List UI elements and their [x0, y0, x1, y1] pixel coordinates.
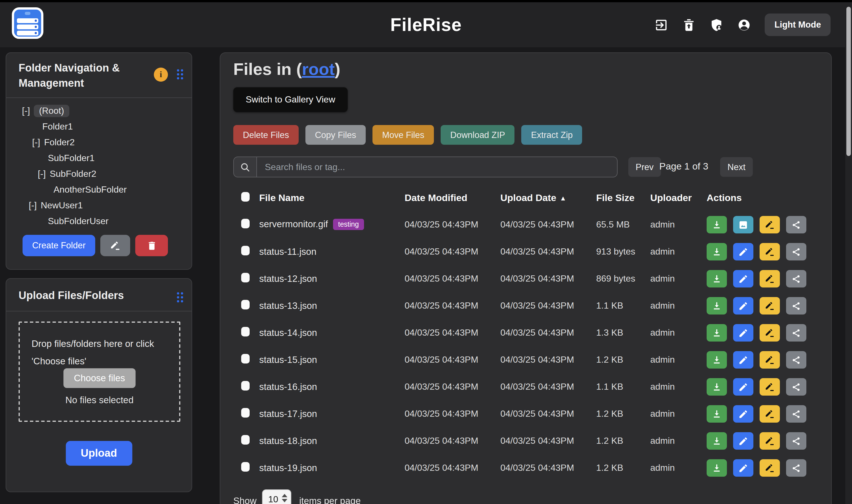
file-name[interactable]: status-11.json: [259, 246, 316, 256]
items-per-page-select[interactable]: 10: [262, 489, 291, 504]
row-checkbox[interactable]: [241, 219, 250, 228]
trash-restore-icon[interactable]: [682, 18, 696, 32]
folder-name[interactable]: SubFolder1: [48, 153, 94, 163]
edit-file-button[interactable]: [733, 378, 753, 396]
tree-toggle[interactable]: [-]: [38, 169, 46, 179]
rename-button[interactable]: [760, 459, 780, 477]
column-header-uploader[interactable]: Uploader: [650, 193, 692, 204]
folder-tree-item[interactable]: SubFolder1: [6, 150, 192, 166]
folder-name[interactable]: SubFolderUser: [48, 216, 108, 227]
column-header-upload-date[interactable]: Upload Date▲: [500, 193, 566, 204]
rename-button[interactable]: [760, 324, 780, 342]
folder-name[interactable]: (Root): [34, 105, 69, 117]
drag-handle-icon[interactable]: [177, 292, 183, 302]
folder-tree-item[interactable]: [-]NewUser1: [6, 198, 192, 213]
row-checkbox[interactable]: [241, 327, 250, 337]
edit-file-button[interactable]: [733, 270, 753, 287]
file-name[interactable]: status-13.json: [259, 301, 317, 310]
root-folder-link[interactable]: root: [302, 60, 335, 78]
folder-tree-item[interactable]: [-]SubFolder2: [6, 166, 192, 182]
rename-folder-button[interactable]: [100, 235, 130, 256]
download-button[interactable]: [707, 270, 727, 287]
download-button[interactable]: [707, 216, 727, 233]
switch-gallery-view-button[interactable]: Switch to Gallery View: [233, 87, 348, 112]
row-checkbox[interactable]: [241, 381, 250, 391]
rename-button[interactable]: [760, 378, 780, 396]
search-input[interactable]: [256, 157, 618, 177]
logout-icon[interactable]: [655, 18, 668, 32]
row-checkbox[interactable]: [241, 300, 250, 309]
drag-handle-icon[interactable]: [177, 69, 183, 79]
folder-tree-item[interactable]: [-](Root): [6, 103, 192, 119]
rename-button[interactable]: [760, 297, 780, 314]
share-button[interactable]: [786, 324, 806, 342]
page-scrollbar-thumb[interactable]: [846, 7, 851, 156]
share-button[interactable]: [786, 459, 806, 477]
admin-shield-icon[interactable]: [710, 18, 724, 32]
file-name[interactable]: servermonitor.gif: [259, 219, 328, 229]
share-button[interactable]: [786, 405, 806, 422]
tree-toggle[interactable]: [-]: [29, 200, 37, 211]
row-checkbox[interactable]: [241, 354, 250, 363]
move-files-button[interactable]: Move Files: [372, 125, 434, 145]
rename-button[interactable]: [760, 216, 780, 233]
info-icon[interactable]: i: [154, 68, 168, 82]
download-button[interactable]: [707, 378, 727, 396]
download-zip-button[interactable]: Download ZIP: [441, 125, 515, 145]
folder-name[interactable]: Folder2: [44, 138, 75, 147]
folder-name[interactable]: SubFolder2: [50, 169, 96, 179]
rename-button[interactable]: [760, 405, 780, 422]
upload-button[interactable]: Upload: [66, 441, 133, 466]
share-button[interactable]: [786, 351, 806, 368]
folder-tree-item[interactable]: SubFolderUser: [6, 213, 192, 229]
row-checkbox[interactable]: [241, 273, 250, 283]
image-preview-button[interactable]: [733, 216, 753, 233]
edit-file-button[interactable]: [733, 297, 753, 314]
file-name[interactable]: status-15.json: [259, 355, 317, 365]
download-button[interactable]: [707, 243, 727, 260]
column-header-file-name[interactable]: File Name: [259, 193, 305, 204]
create-folder-button[interactable]: Create Folder: [22, 235, 95, 256]
extract-zip-button[interactable]: Extract Zip: [522, 125, 583, 145]
delete-folder-button[interactable]: [135, 235, 168, 256]
file-dropzone[interactable]: Drop files/folders here or click 'Choose…: [19, 322, 180, 422]
file-name[interactable]: status-19.json: [259, 463, 317, 473]
share-button[interactable]: [786, 297, 806, 314]
download-button[interactable]: [707, 432, 727, 450]
rename-button[interactable]: [760, 351, 780, 368]
share-button[interactable]: [786, 216, 806, 233]
column-header-date-modified[interactable]: Date Modified: [404, 193, 467, 204]
edit-file-button[interactable]: [733, 351, 753, 368]
delete-files-button[interactable]: Delete Files: [233, 125, 299, 145]
download-button[interactable]: [707, 351, 727, 368]
edit-file-button[interactable]: [733, 432, 753, 450]
download-button[interactable]: [707, 405, 727, 422]
row-checkbox[interactable]: [241, 435, 250, 445]
row-checkbox[interactable]: [241, 408, 250, 417]
folder-name[interactable]: AnotherSubFolder: [54, 185, 127, 195]
choose-files-button[interactable]: Choose files: [63, 368, 136, 388]
tree-toggle[interactable]: [-]: [22, 106, 30, 116]
row-checkbox[interactable]: [241, 462, 250, 472]
file-name[interactable]: status-17.json: [259, 409, 317, 419]
copy-files-button[interactable]: Copy Files: [306, 125, 366, 145]
light-mode-button[interactable]: Light Mode: [765, 14, 831, 36]
rename-button[interactable]: [760, 243, 780, 260]
share-button[interactable]: [786, 243, 806, 260]
edit-file-button[interactable]: [733, 243, 753, 260]
account-icon[interactable]: [737, 18, 751, 32]
folder-name[interactable]: NewUser1: [40, 200, 83, 211]
download-button[interactable]: [707, 324, 727, 342]
share-button[interactable]: [786, 432, 806, 450]
folder-tree-item[interactable]: [-]Folder2: [6, 134, 192, 150]
edit-file-button[interactable]: [733, 405, 753, 422]
edit-file-button[interactable]: [733, 459, 753, 477]
folder-name[interactable]: Folder1: [42, 122, 73, 132]
share-button[interactable]: [786, 378, 806, 396]
row-checkbox[interactable]: [241, 246, 250, 255]
edit-file-button[interactable]: [733, 324, 753, 342]
file-name[interactable]: status-14.json: [259, 327, 317, 338]
file-name[interactable]: status-12.json: [259, 273, 317, 284]
tree-toggle[interactable]: [-]: [32, 138, 40, 147]
download-button[interactable]: [707, 459, 727, 477]
